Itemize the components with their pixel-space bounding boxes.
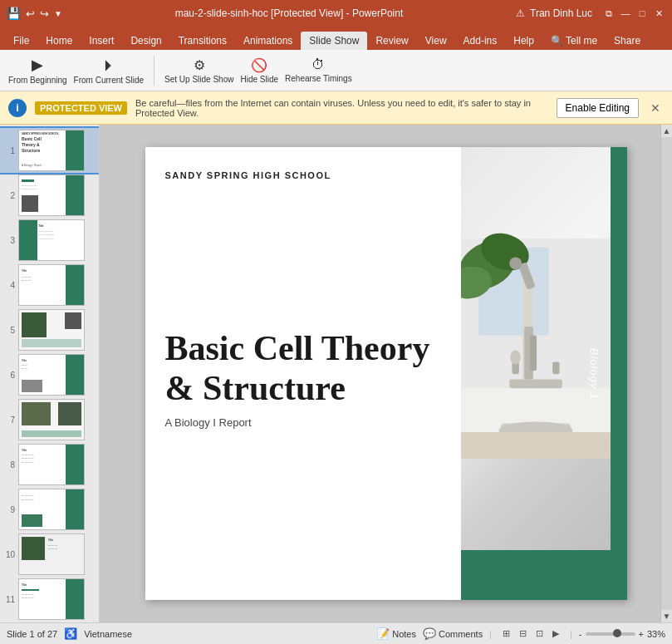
restore-button[interactable]: ⧉ bbox=[602, 7, 616, 20]
slide-thumb-img-10: Title — — — — — — bbox=[18, 533, 85, 575]
slide-num-3: 3 bbox=[3, 236, 15, 245]
slide-num-8: 8 bbox=[3, 460, 15, 469]
rehearse-timings-btn[interactable]: ⏱ Rehearse Timings bbox=[285, 57, 352, 83]
hide-slide-btn[interactable]: 🚫 Hide Slide bbox=[240, 57, 278, 84]
slide-thumb-4[interactable]: 4 Title — — —— — — bbox=[0, 263, 99, 307]
set-up-show-btn[interactable]: ⚙ Set Up Slide Show bbox=[164, 57, 233, 84]
slide-thumb-img-8: Title— — — —— — — —— — — — bbox=[18, 444, 85, 485]
slide-main-title: Basic Cell Theory & Structure bbox=[165, 328, 441, 409]
slide-thumb-img-5 bbox=[18, 309, 85, 351]
from-beginning-btn[interactable]: ▶ From Beginning bbox=[8, 56, 67, 85]
slide-thumb-img-1: SANDY SPRING HIGH SCHOOLBasic CellTheory… bbox=[18, 130, 85, 171]
slide-thumb-8[interactable]: 8 Title— — — —— — — —— — — — bbox=[0, 442, 99, 487]
slide-num-1: 1 bbox=[3, 146, 15, 155]
svg-point-16 bbox=[510, 351, 521, 365]
slide-thumb-img-4: Title — — —— — — bbox=[18, 264, 85, 306]
tab-insert[interactable]: Insert bbox=[81, 32, 122, 50]
tab-transitions[interactable]: Transitions bbox=[170, 32, 235, 50]
language: Vietnamese bbox=[84, 629, 132, 639]
slide-num-6: 6 bbox=[3, 371, 15, 380]
comments-icon: 💬 bbox=[423, 627, 436, 640]
ribbon-content: ▶ From Beginning ⏵ From Current Slide ⚙ … bbox=[0, 50, 672, 91]
reading-view-button[interactable]: ⊡ bbox=[532, 627, 547, 642]
tab-tellme[interactable]: 🔍 Tell me bbox=[542, 32, 606, 50]
slide-thumb-1[interactable]: 1 SANDY SPRING HIGH SCHOOLBasic CellTheo… bbox=[0, 128, 99, 173]
zoom-slider[interactable] bbox=[586, 632, 635, 636]
tab-animations[interactable]: Animations bbox=[235, 32, 301, 50]
tab-help[interactable]: Help bbox=[505, 32, 542, 50]
redo-icon[interactable]: ↪ bbox=[40, 7, 49, 20]
slide-left-content: SANDY SPRING HIGH SCHOOL Basic Cell Theo… bbox=[145, 147, 461, 600]
status-left: Slide 1 of 27 ♿ Vietnamese bbox=[7, 627, 132, 640]
canvas-area: SANDY SPRING HIGH SCHOOL Basic Cell Theo… bbox=[100, 125, 672, 622]
svg-rect-15 bbox=[552, 361, 559, 374]
from-current-btn[interactable]: ⏵ From Current Slide bbox=[74, 57, 144, 85]
slide-thumb-img-7 bbox=[18, 399, 85, 440]
view-icons: ⊞ ⊟ ⊡ ▶ bbox=[498, 627, 563, 642]
comments-button[interactable]: 💬 Comments bbox=[423, 627, 483, 640]
info-icon: i bbox=[8, 99, 27, 117]
notes-button[interactable]: 📝 Notes bbox=[376, 627, 416, 640]
maximize-button[interactable]: □ bbox=[635, 7, 649, 20]
scroll-down-button[interactable]: ▼ bbox=[661, 610, 672, 622]
close-bar-button[interactable]: ✕ bbox=[647, 101, 664, 115]
accessibility-icon[interactable]: ♿ bbox=[64, 627, 77, 640]
slide-num-7: 7 bbox=[3, 415, 15, 425]
slide-num-4: 4 bbox=[3, 281, 15, 290]
slide-thumb-2[interactable]: 2 — — — — — — — — — — bbox=[0, 173, 99, 218]
notes-label: Notes bbox=[392, 629, 416, 639]
tab-review[interactable]: Review bbox=[367, 32, 416, 50]
undo-icon[interactable]: ↩ bbox=[26, 7, 35, 20]
slide-num-2: 2 bbox=[3, 191, 15, 200]
slide-thumb-9[interactable]: 9 — — — —— — — — bbox=[0, 487, 99, 532]
slide-right-panel: Biology 1 bbox=[461, 147, 627, 600]
tab-share[interactable]: Share bbox=[606, 32, 649, 50]
minimize-button[interactable]: — bbox=[619, 7, 632, 20]
slide-thumb-6[interactable]: 6 Title— —— — bbox=[0, 352, 99, 397]
slide-school-name: SANDY SPRING HIGH SCHOOL bbox=[165, 170, 441, 180]
slide-num-11: 11 bbox=[3, 595, 15, 604]
main-slide: SANDY SPRING HIGH SCHOOL Basic Cell Theo… bbox=[145, 147, 627, 600]
slide-thumb-3[interactable]: 3 Title — — — — — — — — — — — — — — — bbox=[0, 218, 99, 263]
tab-file[interactable]: File bbox=[5, 32, 37, 50]
tab-addins[interactable]: Add-ins bbox=[455, 32, 506, 50]
slideshow-view-button[interactable]: ▶ bbox=[548, 627, 563, 642]
outline-view-button[interactable]: ⊟ bbox=[515, 627, 530, 642]
slide-num-5: 5 bbox=[3, 326, 15, 335]
slide-thumb-5[interactable]: 5 bbox=[0, 307, 99, 352]
customize-icon[interactable]: ▼ bbox=[54, 9, 62, 18]
enable-editing-button[interactable]: Enable Editing bbox=[557, 98, 639, 118]
tab-view[interactable]: View bbox=[417, 32, 455, 50]
save-icon[interactable]: 💾 bbox=[7, 7, 21, 20]
zoom-out-button[interactable]: - bbox=[579, 629, 582, 639]
slide-thumb-img-6: Title— —— — bbox=[18, 354, 85, 396]
main-area: 1 SANDY SPRING HIGH SCHOOLBasic CellTheo… bbox=[0, 125, 672, 622]
warning-icon: ⚠ bbox=[516, 7, 525, 19]
slide-thumb-img-3: Title — — — — — — — — — — — — — — — bbox=[18, 219, 85, 261]
zoom-area: - + 33% bbox=[579, 629, 665, 639]
slide-thumb-7[interactable]: 7 bbox=[0, 397, 99, 442]
protected-view-bar: i PROTECTED VIEW Be careful—files from t… bbox=[0, 91, 672, 125]
scroll-track[interactable] bbox=[661, 137, 672, 610]
protected-view-label: PROTECTED VIEW bbox=[35, 101, 127, 115]
svg-rect-11 bbox=[529, 336, 536, 371]
zoom-percent: 33% bbox=[647, 629, 665, 639]
svg-rect-19 bbox=[461, 432, 611, 459]
comments-label: Comments bbox=[439, 629, 483, 639]
slide-panel: 1 SANDY SPRING HIGH SCHOOLBasic CellTheo… bbox=[0, 125, 100, 622]
right-scrollbar: ▲ ▼ bbox=[660, 125, 672, 622]
tab-slideshow[interactable]: Slide Show bbox=[301, 32, 367, 50]
title-bar: 💾 ↩ ↪ ▼ mau-2-slide-sinh-hoc [Protected … bbox=[0, 0, 672, 27]
slide-thumb-img-9: — — — —— — — — bbox=[18, 489, 85, 530]
close-button[interactable]: ✕ bbox=[652, 7, 665, 20]
scroll-up-button[interactable]: ▲ bbox=[661, 125, 672, 137]
protected-view-message: Be careful—files from the Internet can c… bbox=[135, 98, 548, 118]
slide-thumb-10[interactable]: 10 Title — — — — — — bbox=[0, 532, 99, 577]
tab-home[interactable]: Home bbox=[37, 32, 81, 50]
tab-design[interactable]: Design bbox=[122, 32, 169, 50]
slide-subtitle: A Biology I Report bbox=[165, 416, 441, 429]
slide-thumb-11[interactable]: 11 Title — — — —— — — — bbox=[0, 577, 99, 622]
normal-view-button[interactable]: ⊞ bbox=[498, 627, 513, 642]
zoom-in-button[interactable]: + bbox=[639, 629, 644, 639]
zoom-slider-thumb bbox=[613, 629, 621, 637]
